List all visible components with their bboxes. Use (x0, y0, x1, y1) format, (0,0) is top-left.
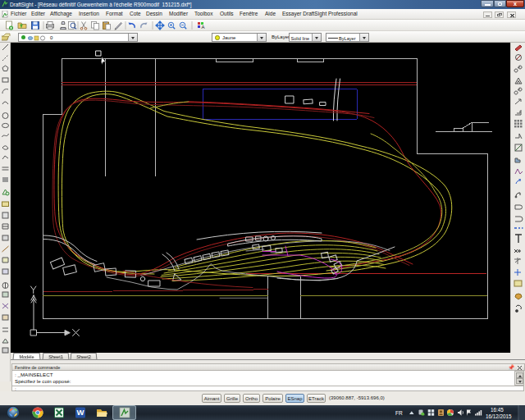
svg-text:16:45: 16:45 (491, 407, 504, 413)
svg-text:FR: FR (395, 410, 403, 416)
svg-text:16/12/2015: 16/12/2015 (486, 413, 512, 419)
svg-text:W: W (77, 408, 84, 417)
svg-text:A: A (202, 25, 205, 30)
